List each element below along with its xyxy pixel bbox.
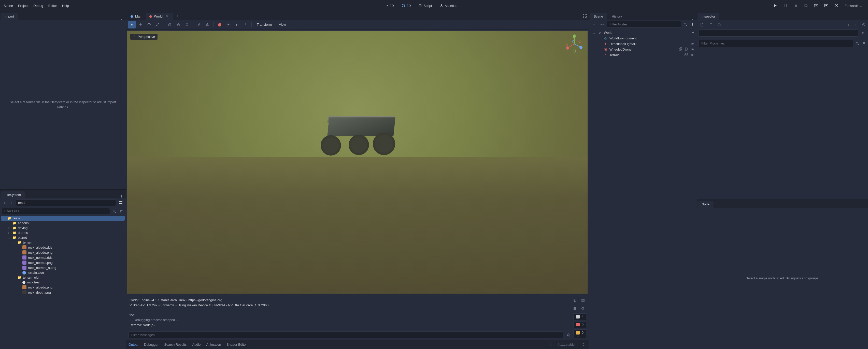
tab-audio[interactable]: Audio: [192, 343, 200, 346]
mode-3d-button[interactable]: 3D: [399, 3, 413, 9]
pause-button[interactable]: [781, 2, 789, 10]
scene-node-row[interactable]: ○Terrain: [591, 52, 695, 58]
file-row[interactable]: terrain.tscn: [1, 270, 125, 275]
resource-path-field[interactable]: [699, 30, 858, 37]
play-button[interactable]: [771, 2, 779, 10]
folder-row[interactable]: ⌄📁terrain: [1, 240, 125, 245]
scene-node-row[interactable]: ✦DirectionalLight3D: [591, 41, 695, 46]
file-row[interactable]: rock_normal_a.png: [1, 265, 125, 270]
tree-twisty-icon[interactable]: ⌄: [12, 276, 16, 279]
history-back-icon[interactable]: ‹: [846, 22, 851, 28]
menu-debug[interactable]: Debug: [31, 3, 45, 9]
folder-row[interactable]: ›📁addons: [1, 221, 125, 225]
menu-scene[interactable]: Scene: [1, 3, 16, 9]
new-resource-icon[interactable]: [699, 21, 705, 28]
copy-output-icon[interactable]: [571, 297, 578, 304]
dock-options-icon[interactable]: ⋮: [688, 16, 697, 20]
search-icon[interactable]: [112, 208, 117, 214]
version-label[interactable]: 4.1.1.stable: [558, 343, 575, 346]
split-mode-icon[interactable]: [118, 199, 124, 206]
tab-import[interactable]: Import: [1, 13, 18, 20]
sort-icon[interactable]: [119, 208, 124, 214]
scene-tab-main[interactable]: Main: [127, 13, 146, 20]
file-row[interactable]: rock.tres: [1, 280, 125, 285]
file-row[interactable]: rock_normal.png: [1, 260, 125, 265]
file-row[interactable]: rock_albedo.png: [1, 285, 125, 290]
select-tool-icon[interactable]: [128, 21, 136, 29]
forward-icon[interactable]: ›: [9, 200, 14, 205]
history-forward-icon[interactable]: ›: [853, 22, 859, 28]
expand-all-icon[interactable]: [860, 30, 866, 36]
tree-twisty-icon[interactable]: ›: [7, 226, 11, 230]
filesystem-tree[interactable]: ⌄📁res://›📁addons›📁devlog›📁drones⌄📁planet…: [0, 215, 126, 349]
dock-options-icon[interactable]: ⋮: [117, 16, 126, 20]
movie-maker-button[interactable]: [832, 2, 840, 10]
tree-twisty-icon[interactable]: ⌄: [592, 31, 596, 35]
scene-node-row[interactable]: ▣WheeledDrone: [591, 46, 695, 52]
scene-node-row[interactable]: ◍WorldEnvironment: [591, 35, 695, 41]
tree-twisty-icon[interactable]: ›: [7, 221, 11, 225]
ruler-tool-icon[interactable]: [195, 21, 203, 29]
tab-search-results[interactable]: Search Results: [164, 343, 187, 346]
visibility-icon[interactable]: [690, 47, 694, 51]
scale-tool-icon[interactable]: [154, 21, 162, 29]
env-tool-icon[interactable]: ◐: [233, 21, 241, 29]
scene-tab-world[interactable]: World✕: [146, 13, 173, 20]
menu-project[interactable]: Project: [16, 3, 31, 9]
tab-animation[interactable]: Animation: [206, 343, 221, 346]
move-tool-icon[interactable]: [137, 21, 144, 29]
folder-row[interactable]: ›📁drones: [1, 230, 125, 235]
save-resource-icon[interactable]: [716, 21, 722, 28]
renderer-selector[interactable]: Forward+ ⌄: [842, 4, 864, 8]
tab-filesystem[interactable]: FileSystem: [1, 191, 25, 198]
3d-viewport[interactable]: ⋮Perspective Y X Z: [127, 31, 588, 294]
msg-count[interactable]: 4: [573, 313, 586, 320]
play-custom-button[interactable]: [822, 2, 830, 10]
play-scene-button[interactable]: [812, 2, 820, 10]
tree-twisty-icon[interactable]: ⌄: [2, 216, 6, 220]
tab-inspector[interactable]: Inspector: [698, 13, 719, 20]
output-list-icon[interactable]: [571, 305, 578, 312]
instance-tool-icon[interactable]: [166, 21, 174, 29]
inspector-options-icon[interactable]: ⋮: [724, 21, 731, 28]
folder-row[interactable]: ⌄📁res://: [1, 216, 125, 221]
warning-count[interactable]: 0: [573, 329, 586, 336]
visibility-icon[interactable]: [690, 42, 694, 46]
mode-script-button[interactable]: Script: [416, 3, 434, 9]
lock-tool-icon[interactable]: [175, 21, 182, 29]
distraction-free-icon[interactable]: [581, 12, 589, 20]
filter-messages-input[interactable]: [128, 331, 563, 338]
mode-2d-button[interactable]: ↗2D: [383, 3, 397, 9]
clear-output-icon[interactable]: [580, 297, 586, 304]
search-icon[interactable]: [682, 22, 688, 27]
perspective-button[interactable]: ⋮Perspective: [130, 34, 157, 40]
local-space-icon[interactable]: [204, 21, 212, 29]
history-icon[interactable]: [861, 22, 866, 28]
path-input[interactable]: [16, 200, 116, 206]
mode-assetlib-button[interactable]: AssetLib: [437, 3, 460, 9]
script-icon[interactable]: [684, 47, 688, 51]
scene-tree-options-icon[interactable]: ⋮: [690, 22, 695, 27]
snap-tool-icon[interactable]: ⬤: [216, 21, 223, 29]
folder-row[interactable]: ›📁devlog: [1, 225, 125, 230]
dock-options-icon[interactable]: ⋮: [117, 195, 126, 198]
group-tool-icon[interactable]: [183, 21, 191, 29]
filter-files-input[interactable]: [2, 208, 110, 214]
menu-editor[interactable]: Editor: [46, 3, 60, 9]
tab-output[interactable]: Output: [128, 343, 138, 346]
close-tab-icon[interactable]: ✕: [165, 14, 169, 18]
scene-tree[interactable]: ⌄○World◍WorldEnvironment✦DirectionalLigh…: [589, 29, 697, 59]
tree-twisty-icon[interactable]: ⌄: [12, 240, 16, 244]
instance-icon[interactable]: [679, 47, 682, 51]
output-search-icon[interactable]: [580, 305, 586, 312]
tab-debugger[interactable]: Debugger: [144, 343, 158, 346]
stop-button[interactable]: [792, 2, 800, 10]
menu-help[interactable]: Help: [60, 3, 71, 9]
view-menu[interactable]: View: [276, 23, 289, 27]
file-row[interactable]: rock_albedo.dds: [1, 245, 125, 250]
folder-row[interactable]: ⌄📁terrain_old: [1, 275, 125, 280]
instance-icon[interactable]: [684, 53, 688, 57]
more-tools-icon[interactable]: ⋮: [242, 21, 249, 29]
tab-shader-editor[interactable]: Shader Editor: [226, 343, 247, 346]
rotate-tool-icon[interactable]: [145, 21, 153, 29]
